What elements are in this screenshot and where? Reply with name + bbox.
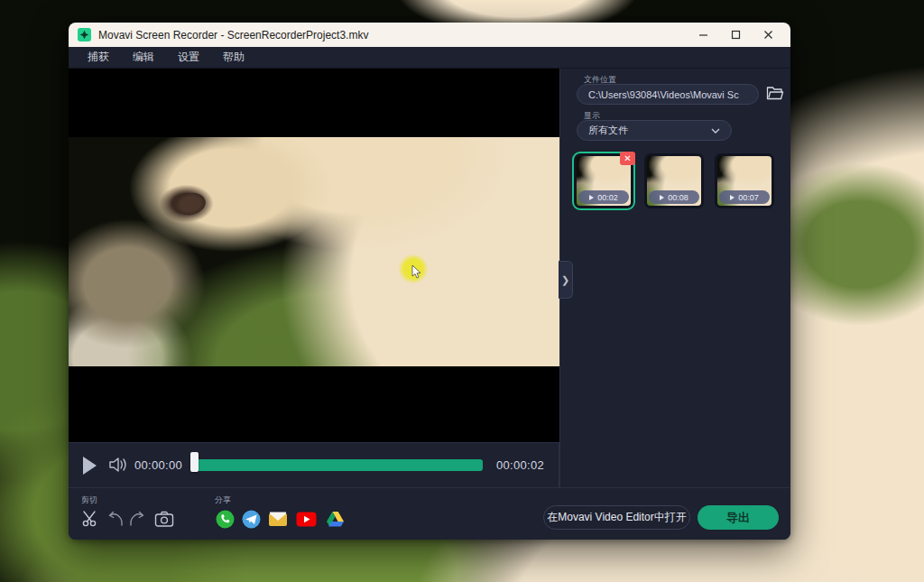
redo-icon[interactable] — [126, 508, 148, 530]
display-filter-dropdown[interactable]: 所有文件 — [577, 120, 732, 141]
chevron-down-icon — [711, 128, 720, 134]
volume-icon[interactable] — [108, 456, 128, 474]
recorded-cursor-icon — [411, 265, 422, 280]
recording-thumbnail-3[interactable]: 00:07 — [715, 153, 774, 208]
youtube-icon[interactable] — [295, 508, 317, 530]
screenshot-camera-icon[interactable] — [153, 508, 175, 530]
menu-help[interactable]: 帮助 — [215, 47, 253, 68]
recording-thumbnail-2[interactable]: 00:08 — [644, 153, 704, 208]
delete-recording-icon[interactable]: ✕ — [620, 152, 635, 165]
bottom-toolbar: 剪切 — [69, 487, 790, 540]
scissors-icon[interactable] — [79, 508, 101, 530]
file-location-field[interactable]: C:\Users\93084\Videos\Movavi Sc — [577, 84, 759, 105]
recording-thumbnail-1[interactable]: ✕ 00:02 — [574, 153, 633, 208]
share-section-label: 分享 — [215, 494, 231, 506]
email-icon[interactable] — [267, 508, 289, 530]
undo-icon[interactable] — [105, 508, 126, 530]
window-controls — [689, 25, 781, 45]
cut-section-label: 剪切 — [81, 494, 97, 506]
play-icon — [589, 195, 594, 200]
play-icon[interactable] — [83, 457, 97, 475]
video-preview[interactable] — [69, 69, 559, 442]
duration-badge: 00:08 — [649, 190, 699, 204]
browse-folder-icon[interactable] — [766, 86, 784, 101]
play-icon — [730, 195, 735, 200]
menu-settings[interactable]: 设置 — [170, 47, 208, 68]
desktop-wallpaper: Movavi Screen Recorder - ScreenRecorderP… — [0, 0, 924, 582]
display-filter-value: 所有文件 — [588, 124, 628, 137]
window-title: Movavi Screen Recorder - ScreenRecorderP… — [98, 29, 368, 42]
video-frame-puppy-kitten — [69, 137, 559, 366]
playhead-handle[interactable] — [190, 452, 199, 472]
menu-capture[interactable]: 捕获 — [79, 47, 117, 68]
maximize-icon[interactable] — [722, 25, 749, 45]
telegram-icon[interactable] — [240, 508, 262, 530]
export-button[interactable]: 导出 — [698, 505, 779, 530]
menu-bar: 捕获 编辑 设置 帮助 — [69, 47, 790, 69]
current-time: 00:00:00 — [134, 458, 182, 472]
duration-text: 00:02 — [597, 193, 618, 202]
recordings-list: ✕ 00:02 00:08 — [574, 153, 774, 208]
open-in-editor-button[interactable]: 在Movavi Video Editor中打开 — [543, 505, 690, 530]
minimize-icon[interactable] — [689, 25, 716, 45]
play-icon — [660, 195, 664, 200]
close-icon[interactable] — [754, 25, 781, 45]
files-panel: 文件位置 C:\Users\93084\Videos\Movavi Sc 显示 … — [559, 69, 790, 487]
menu-edit[interactable]: 编辑 — [125, 47, 162, 68]
progress-bar[interactable] — [195, 459, 483, 471]
titlebar[interactable]: Movavi Screen Recorder - ScreenRecorderP… — [69, 23, 790, 47]
app-window: Movavi Screen Recorder - ScreenRecorderP… — [69, 23, 790, 540]
google-drive-icon[interactable] — [324, 508, 346, 530]
playback-controls: 00:00:00 00:00:02 — [69, 442, 559, 487]
duration-text: 00:07 — [738, 193, 759, 202]
duration-badge: 00:02 — [578, 190, 629, 204]
total-time: 00:00:02 — [496, 458, 544, 472]
app-icon — [78, 28, 91, 42]
duration-badge: 00:07 — [719, 190, 770, 204]
panel-collapse-handle[interactable]: ❯ — [559, 261, 573, 299]
duration-text: 00:08 — [668, 193, 688, 202]
whatsapp-icon[interactable] — [214, 508, 236, 530]
puppy-nose-shape — [173, 190, 208, 218]
